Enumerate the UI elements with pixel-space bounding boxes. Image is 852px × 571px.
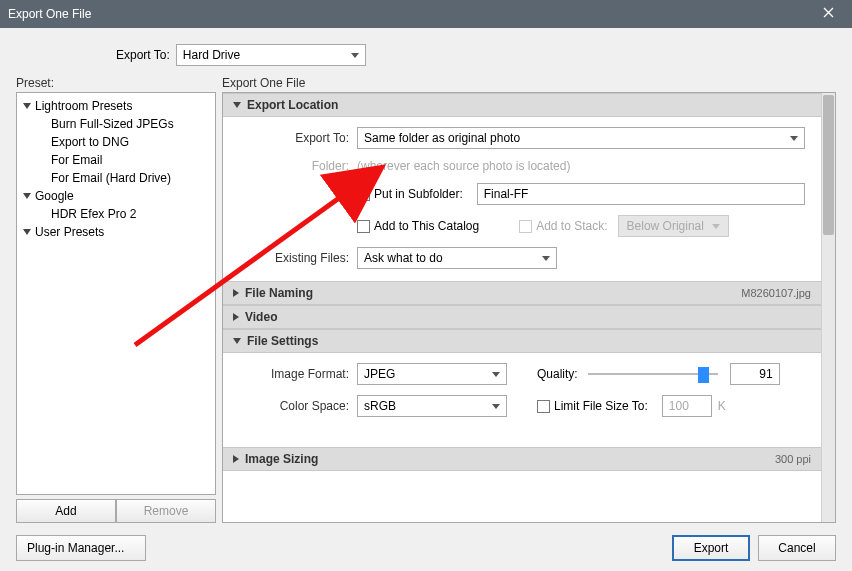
file-naming-summary: M8260107.jpg [741,287,811,299]
quality-label: Quality: [537,367,578,381]
scrollbar-thumb[interactable] [823,95,834,235]
settings-label: Export One File [222,76,836,90]
section-file-naming-header[interactable]: File Naming M8260107.jpg [223,281,821,305]
quality-input[interactable] [730,363,780,385]
section-file-settings-header[interactable]: File Settings [223,329,821,353]
section-image-sizing-header[interactable]: Image Sizing 300 ppi [223,447,821,471]
settings-column: Export One File Export Location Export T… [222,76,836,523]
preset-label: Preset: [16,76,216,90]
preset-item[interactable]: Export to DNG [17,133,215,151]
preset-item[interactable]: HDR Efex Pro 2 [17,205,215,223]
export-to-top-label: Export To: [116,48,170,62]
chevron-right-icon [233,455,239,463]
image-format-label: Image Format: [239,367,349,381]
color-space-label: Color Space: [239,399,349,413]
folder-hint: (wherever each source photo is located) [357,159,570,173]
footer: Plug-in Manager... Export Cancel [16,523,836,561]
preset-group-lightroom[interactable]: Lightroom Presets [17,97,215,115]
chevron-right-icon [233,289,239,297]
add-stack-checkbox [519,220,532,233]
title-bar: Export One File [0,0,852,28]
dialog-content: Export To: Hard Drive Preset: Lightroom … [0,28,852,571]
export-button[interactable]: Export [672,535,750,561]
top-row: Export To: Hard Drive [16,44,836,66]
limit-filesize-input [662,395,712,417]
image-sizing-summary: 300 ppi [775,453,811,465]
section-file-settings-body: Image Format: JPEG Quality: Color Space:… [223,353,821,429]
preset-item[interactable]: For Email (Hard Drive) [17,169,215,187]
put-subfolder-label: Put in Subfolder: [374,187,463,201]
limit-filesize-label: Limit File Size To: [554,399,648,413]
limit-filesize-unit: K [718,399,726,413]
section-export-location-header[interactable]: Export Location [223,93,821,117]
chevron-right-icon [233,313,239,321]
cancel-button[interactable]: Cancel [758,535,836,561]
plugin-manager-button[interactable]: Plug-in Manager... [16,535,146,561]
section-export-location-body: Export To: Same folder as original photo… [223,117,821,281]
existing-files-select[interactable]: Ask what to do [357,247,557,269]
add-stack-label: Add to Stack: [536,219,607,233]
subfolder-input[interactable] [477,183,805,205]
stack-position-select: Below Original [618,215,729,237]
close-icon[interactable] [812,7,844,21]
scrollbar[interactable] [821,93,835,522]
remove-button: Remove [116,499,216,523]
quality-slider[interactable] [588,365,718,383]
preset-tree[interactable]: Lightroom Presets Burn Full-Sized JPEGs … [16,92,216,495]
preset-item[interactable]: Burn Full-Sized JPEGs [17,115,215,133]
preset-item[interactable]: For Email [17,151,215,169]
put-subfolder-checkbox[interactable] [357,188,370,201]
chevron-down-icon [233,102,241,108]
add-catalog-label: Add to This Catalog [374,219,479,233]
window-title: Export One File [8,7,812,21]
limit-filesize-checkbox[interactable] [537,400,550,413]
settings-scroll: Export Location Export To: Same folder a… [222,92,836,523]
color-space-select[interactable]: sRGB [357,395,507,417]
folder-label: Folder: [239,159,349,173]
image-format-select[interactable]: JPEG [357,363,507,385]
add-button[interactable]: Add [16,499,116,523]
add-catalog-checkbox[interactable] [357,220,370,233]
preset-buttons: Add Remove [16,499,216,523]
export-to-label: Export To: [239,131,349,145]
chevron-down-icon [233,338,241,344]
preset-column: Preset: Lightroom Presets Burn Full-Size… [16,76,216,523]
preset-group-google[interactable]: Google [17,187,215,205]
existing-files-label: Existing Files: [239,251,349,265]
section-video-header[interactable]: Video [223,305,821,329]
export-to-select[interactable]: Same folder as original photo [357,127,805,149]
export-to-top-select[interactable]: Hard Drive [176,44,366,66]
preset-group-user[interactable]: User Presets [17,223,215,241]
columns: Preset: Lightroom Presets Burn Full-Size… [16,76,836,523]
